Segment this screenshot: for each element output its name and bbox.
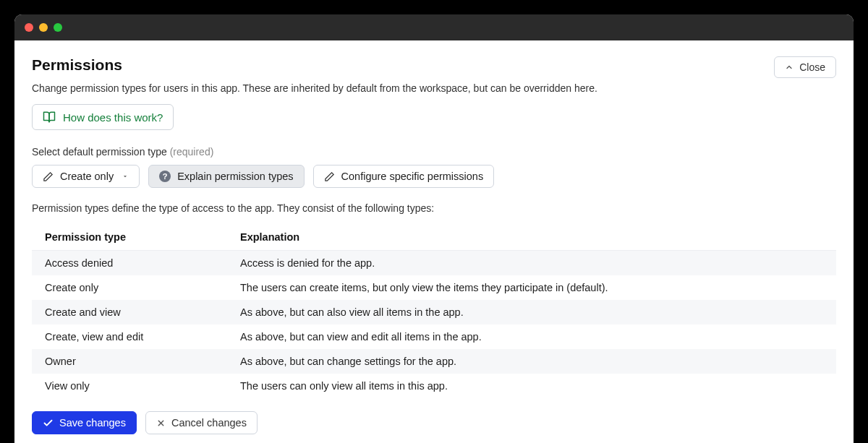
cell-type: View only [32,374,227,398]
col-header-type: Permission type [32,224,227,251]
window-close-dot[interactable] [25,23,33,32]
close-label: Close [799,61,825,73]
cell-expl: Access is denied for the app. [227,251,836,276]
required-indicator: (required) [170,146,214,158]
book-icon [43,111,56,124]
help-circle-icon: ? [159,171,171,182]
content-area: Permissions Close Change permission type… [14,40,854,443]
cell-type: Create, view and edit [32,324,227,349]
window-max-dot[interactable] [54,23,62,32]
subtitle-text: Change permission types for users in thi… [32,82,836,94]
save-button[interactable]: Save changes [32,411,137,434]
configure-specific-button[interactable]: Configure specific permissions [313,165,495,188]
cell-type: Access denied [32,251,227,276]
cell-expl: As above, but can also view all items in… [227,300,836,324]
types-description: Permission types define the type of acce… [32,202,836,214]
window-min-dot[interactable] [39,23,48,32]
selector-label: Select default permission type (required… [32,146,836,158]
footer-buttons: Save changes Cancel changes [32,411,836,434]
create-only-label: Create only [60,171,114,182]
cancel-label: Cancel changes [171,417,247,429]
cell-expl: As above, but can change settings for th… [227,349,836,374]
caret-down-icon [122,173,129,180]
selector-label-text: Select default permission type [32,146,167,158]
chevron-up-icon [785,63,793,72]
cell-expl: The users can only view all items in thi… [227,374,836,398]
page-title: Permissions [32,56,122,74]
app-window: Permissions Close Change permission type… [14,14,854,443]
table-row: Create and viewAs above, but can also vi… [32,300,836,324]
col-header-expl: Explanation [227,224,836,251]
table-row: Create onlyThe users can create items, b… [32,275,836,300]
configure-label: Configure specific permissions [341,171,484,182]
x-icon [156,418,166,428]
table-row: View onlyThe users can only view all ite… [32,374,836,398]
cell-type: Create only [32,275,227,300]
save-label: Save changes [59,417,126,429]
cell-type: Owner [32,349,227,374]
header-row: Permissions Close [32,56,836,78]
explain-types-button[interactable]: ? Explain permission types [148,165,304,188]
cell-expl: The users can create items, but only vie… [227,275,836,300]
how-works-label: How does this work? [63,111,163,124]
table-row: Access deniedAccess is denied for the ap… [32,251,836,276]
create-only-dropdown[interactable]: Create only [32,165,140,188]
pencil-icon [324,171,335,182]
table-body: Access deniedAccess is denied for the ap… [32,251,836,399]
cell-type: Create and view [32,300,227,324]
selector-buttons: Create only ? Explain permission types C… [32,165,836,188]
check-icon [43,418,54,429]
cancel-button[interactable]: Cancel changes [145,411,258,434]
explain-label: Explain permission types [177,171,293,182]
table-row: OwnerAs above, but can change settings f… [32,349,836,374]
permission-types-table: Permission type Explanation Access denie… [32,224,836,398]
table-row: Create, view and editAs above, but can v… [32,324,836,349]
close-button[interactable]: Close [774,56,836,78]
cell-expl: As above, but can view and edit all item… [227,324,836,349]
how-works-button[interactable]: How does this work? [32,104,174,130]
titlebar [14,14,854,40]
pencil-icon [43,171,54,182]
